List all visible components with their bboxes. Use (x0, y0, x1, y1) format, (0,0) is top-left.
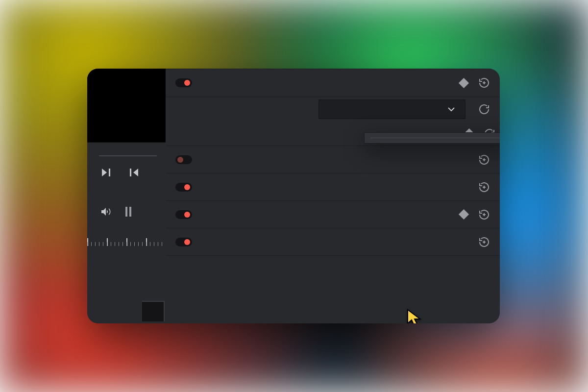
composite-mode-dropdown[interactable] (364, 132, 500, 144)
toggle-composite[interactable] (175, 78, 192, 87)
next-icon[interactable] (100, 167, 112, 178)
menu-divider (370, 138, 500, 138)
keyframe-diamond-icon[interactable] (459, 209, 469, 220)
divider (99, 155, 157, 156)
toggle-lens-correction[interactable] (175, 210, 192, 219)
section-stabilization[interactable] (166, 173, 500, 201)
cursor-icon (406, 309, 423, 323)
reset-add-icon[interactable] (478, 236, 490, 248)
transport-controls (100, 167, 140, 178)
inspector-panel (87, 69, 500, 323)
preview-area (87, 69, 166, 143)
toggle-retime-scaling[interactable] (175, 238, 192, 246)
reset-add-icon[interactable] (478, 77, 490, 89)
audio-controls (100, 206, 131, 218)
keyframe-diamond-icon[interactable] (459, 77, 469, 88)
chevron-down-icon (445, 103, 457, 115)
section-composite[interactable] (166, 69, 500, 97)
composite-mode-select[interactable] (318, 99, 466, 119)
reset-add-icon[interactable] (478, 154, 490, 166)
toggle-speed-change[interactable] (175, 155, 192, 164)
toggle-stabilization[interactable] (175, 183, 192, 192)
section-lens-correction[interactable] (166, 201, 500, 228)
reset-icon[interactable] (478, 103, 490, 115)
section-retime-scaling[interactable] (166, 228, 500, 256)
speaker-icon[interactable] (100, 206, 112, 218)
section-speed-change[interactable] (166, 146, 500, 173)
timeline-slot (142, 301, 165, 321)
reset-add-icon[interactable] (478, 209, 490, 220)
prev-icon[interactable] (128, 167, 140, 178)
timeline-ruler[interactable] (87, 236, 166, 247)
left-sidebar (87, 69, 166, 323)
level-meter-icon (125, 207, 131, 217)
reset-add-icon[interactable] (478, 181, 490, 193)
inspector-body (166, 69, 500, 323)
prop-composite-mode (166, 97, 500, 122)
